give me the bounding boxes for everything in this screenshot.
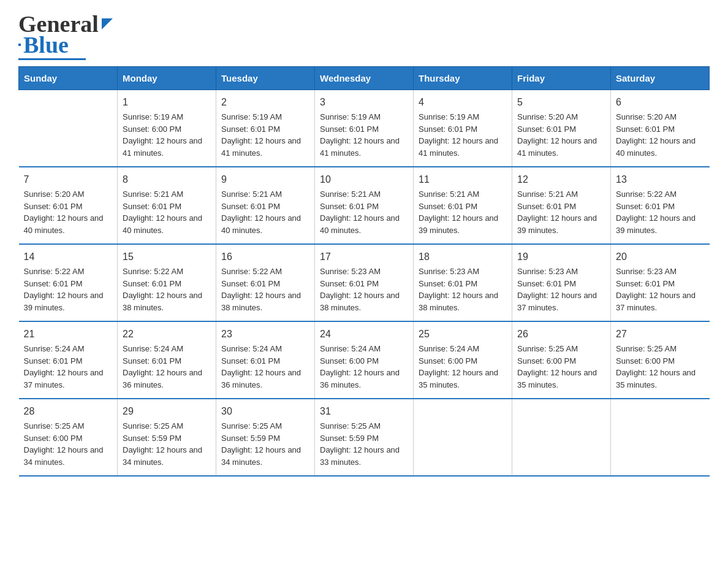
calendar-cell: 8Sunrise: 5:21 AMSunset: 6:01 PMDaylight… [118,167,216,244]
day-info: Sunrise: 5:22 AMSunset: 6:01 PMDaylight:… [24,266,113,313]
calendar-cell: 24Sunrise: 5:24 AMSunset: 6:00 PMDayligh… [315,321,414,399]
calendar-cell: 30Sunrise: 5:25 AMSunset: 5:59 PMDayligh… [216,399,315,476]
day-info: Sunrise: 5:23 AMSunset: 6:01 PMDaylight:… [419,266,507,313]
day-number: 5 [517,95,605,110]
day-info: Sunrise: 5:24 AMSunset: 6:01 PMDaylight:… [221,343,309,391]
day-number: 25 [419,327,507,342]
week-row-2: 7Sunrise: 5:20 AMSunset: 6:01 PMDaylight… [19,167,710,244]
calendar-cell: 18Sunrise: 5:23 AMSunset: 6:01 PMDayligh… [414,244,512,321]
calendar-cell: 14Sunrise: 5:22 AMSunset: 6:01 PMDayligh… [19,244,118,321]
day-number: 11 [419,172,507,187]
calendar-cell [611,399,710,476]
calendar-cell: 6Sunrise: 5:20 AMSunset: 6:01 PMDaylight… [611,90,710,167]
day-number: 31 [320,404,408,419]
day-number: 20 [616,250,705,264]
day-number: 28 [24,404,113,419]
day-number: 6 [616,95,705,110]
calendar-cell: 19Sunrise: 5:23 AMSunset: 6:01 PMDayligh… [512,244,611,321]
header-tuesday: Tuesday [216,67,315,90]
day-number: 16 [221,250,309,264]
page-header: General Blue [18,12,710,60]
day-number: 21 [24,327,113,342]
calendar-table: SundayMondayTuesdayWednesdayThursdayFrid… [18,66,710,477]
day-info: Sunrise: 5:20 AMSunset: 6:01 PMDaylight:… [24,188,113,236]
day-info: Sunrise: 5:19 AMSunset: 6:01 PMDaylight:… [221,111,309,159]
day-info: Sunrise: 5:25 AMSunset: 5:59 PMDaylight:… [123,420,211,468]
day-info: Sunrise: 5:22 AMSunset: 6:01 PMDaylight:… [221,266,309,313]
header-row: SundayMondayTuesdayWednesdayThursdayFrid… [19,67,710,90]
day-info: Sunrise: 5:25 AMSunset: 5:59 PMDaylight:… [221,420,309,468]
day-number: 23 [221,327,309,342]
header-sunday: Sunday [19,67,118,90]
calendar-cell: 13Sunrise: 5:22 AMSunset: 6:01 PMDayligh… [611,167,710,244]
day-number: 9 [221,172,309,187]
day-info: Sunrise: 5:21 AMSunset: 6:01 PMDaylight:… [419,188,507,236]
day-info: Sunrise: 5:24 AMSunset: 6:01 PMDaylight:… [24,343,113,391]
day-number: 17 [320,250,408,264]
calendar-cell: 1Sunrise: 5:19 AMSunset: 6:00 PMDaylight… [118,90,216,167]
week-row-5: 28Sunrise: 5:25 AMSunset: 6:00 PMDayligh… [19,399,710,476]
calendar-cell: 27Sunrise: 5:25 AMSunset: 6:00 PMDayligh… [611,321,710,399]
header-thursday: Thursday [414,67,512,90]
calendar-cell: 22Sunrise: 5:24 AMSunset: 6:01 PMDayligh… [118,321,216,399]
logo-blue: Blue [23,33,69,56]
day-number: 13 [616,172,705,187]
logo-underline [18,58,86,60]
logo: General Blue [18,12,114,60]
calendar-cell: 20Sunrise: 5:23 AMSunset: 6:01 PMDayligh… [611,244,710,321]
day-info: Sunrise: 5:19 AMSunset: 6:01 PMDaylight:… [320,111,408,159]
week-row-3: 14Sunrise: 5:22 AMSunset: 6:01 PMDayligh… [19,244,710,321]
calendar-cell: 2Sunrise: 5:19 AMSunset: 6:01 PMDaylight… [216,90,315,167]
calendar-cell: 5Sunrise: 5:20 AMSunset: 6:01 PMDaylight… [512,90,611,167]
week-row-4: 21Sunrise: 5:24 AMSunset: 6:01 PMDayligh… [19,321,710,399]
calendar-cell: 4Sunrise: 5:19 AMSunset: 6:01 PMDaylight… [414,90,512,167]
day-number: 12 [517,172,605,187]
calendar-cell [414,399,512,476]
day-number: 19 [517,250,605,264]
calendar-cell: 12Sunrise: 5:21 AMSunset: 6:01 PMDayligh… [512,167,611,244]
week-row-1: 1Sunrise: 5:19 AMSunset: 6:00 PMDaylight… [19,90,710,167]
day-number: 8 [123,172,211,187]
day-info: Sunrise: 5:21 AMSunset: 6:01 PMDaylight:… [517,188,605,236]
day-info: Sunrise: 5:19 AMSunset: 6:00 PMDaylight:… [123,111,211,159]
day-number: 4 [419,95,507,110]
calendar-cell: 21Sunrise: 5:24 AMSunset: 6:01 PMDayligh… [19,321,118,399]
day-info: Sunrise: 5:25 AMSunset: 5:59 PMDaylight:… [320,420,408,468]
day-number: 1 [123,95,211,110]
calendar-cell: 31Sunrise: 5:25 AMSunset: 5:59 PMDayligh… [315,399,414,476]
day-number: 7 [24,172,113,187]
day-info: Sunrise: 5:25 AMSunset: 6:00 PMDaylight:… [616,343,705,391]
calendar-cell [19,90,118,167]
day-number: 3 [320,95,408,110]
day-info: Sunrise: 5:23 AMSunset: 6:01 PMDaylight:… [616,266,705,313]
day-number: 26 [517,327,605,342]
header-friday: Friday [512,67,611,90]
calendar-cell: 10Sunrise: 5:21 AMSunset: 6:01 PMDayligh… [315,167,414,244]
day-number: 2 [221,95,309,110]
day-info: Sunrise: 5:23 AMSunset: 6:01 PMDaylight:… [517,266,605,313]
day-number: 27 [616,327,705,342]
header-saturday: Saturday [611,67,710,90]
calendar-cell: 17Sunrise: 5:23 AMSunset: 6:01 PMDayligh… [315,244,414,321]
day-info: Sunrise: 5:24 AMSunset: 6:00 PMDaylight:… [320,343,408,391]
day-number: 10 [320,172,408,187]
day-info: Sunrise: 5:21 AMSunset: 6:01 PMDaylight:… [123,188,211,236]
calendar-cell: 15Sunrise: 5:22 AMSunset: 6:01 PMDayligh… [118,244,216,321]
calendar-cell: 29Sunrise: 5:25 AMSunset: 5:59 PMDayligh… [118,399,216,476]
day-info: Sunrise: 5:19 AMSunset: 6:01 PMDaylight:… [419,111,507,159]
calendar-cell: 16Sunrise: 5:22 AMSunset: 6:01 PMDayligh… [216,244,315,321]
day-info: Sunrise: 5:20 AMSunset: 6:01 PMDaylight:… [517,111,605,159]
day-info: Sunrise: 5:24 AMSunset: 6:01 PMDaylight:… [123,343,211,391]
day-info: Sunrise: 5:24 AMSunset: 6:00 PMDaylight:… [419,343,507,391]
header-monday: Monday [118,67,216,90]
calendar-cell [512,399,611,476]
day-number: 30 [221,404,309,419]
calendar-cell: 23Sunrise: 5:24 AMSunset: 6:01 PMDayligh… [216,321,315,399]
calendar-cell: 7Sunrise: 5:20 AMSunset: 6:01 PMDaylight… [19,167,118,244]
calendar-cell: 9Sunrise: 5:21 AMSunset: 6:01 PMDaylight… [216,167,315,244]
day-info: Sunrise: 5:22 AMSunset: 6:01 PMDaylight:… [123,266,211,313]
day-info: Sunrise: 5:20 AMSunset: 6:01 PMDaylight:… [616,111,705,159]
day-number: 15 [123,250,211,264]
day-info: Sunrise: 5:21 AMSunset: 6:01 PMDaylight:… [221,188,309,236]
day-number: 18 [419,250,507,264]
